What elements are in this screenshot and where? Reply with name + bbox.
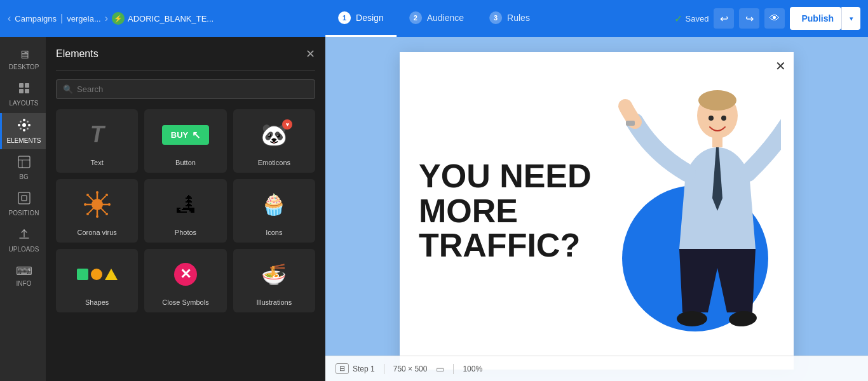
svg-point-7	[18, 124, 20, 126]
breadcrumb-arrow-icon: ›	[105, 13, 108, 24]
svg-point-28	[86, 194, 89, 196]
search-box: 🔍	[56, 79, 315, 99]
illustrations-preview-icon: 🍜	[261, 255, 287, 293]
lightning-icon: ⚡	[112, 12, 125, 25]
publish-dropdown-button[interactable]: ▾	[841, 7, 860, 30]
element-card-icons[interactable]: 🧁 Icons	[233, 179, 315, 243]
sidebar-item-desktop-label: DESKTOP	[9, 64, 39, 70]
tab-rules[interactable]: 3 Rules	[477, 0, 543, 37]
breadcrumb: ‹ Campaigns | vergela... › ⚡ ADORIC_BLAN…	[8, 12, 214, 25]
main-layout: 🖥 DESKTOP LAYOUTS	[0, 37, 868, 381]
canvas-text-side: YOU NEED MORE TRAFFIC?	[412, 71, 597, 351]
element-card-photos[interactable]: 🏞 Photos	[144, 179, 226, 243]
tab-rules-num: 3	[489, 11, 502, 24]
canvas-card: ✕ YOU NEED MORE TRAFFIC?	[400, 52, 794, 370]
bottom-bar: ⊟ Step 1 750 × 500 ▭ 100%	[325, 356, 868, 381]
left-sidebar: 🖥 DESKTOP LAYOUTS	[0, 37, 46, 381]
svg-point-20	[96, 191, 98, 194]
element-emoticons-label: Emoticons	[258, 159, 290, 166]
element-card-button[interactable]: BUY ↖ Button	[144, 109, 226, 173]
topbar-right: ✓ Saved ↩ ↪ 👁 Publish ▾	[674, 7, 860, 30]
sidebar-item-bg-label: BG	[19, 173, 28, 180]
svg-point-24	[84, 203, 86, 206]
element-icons-label: Icons	[266, 229, 282, 236]
svg-point-9	[20, 121, 22, 123]
element-shapes-label: Shapes	[85, 298, 109, 306]
element-illustrations-label: Illustrations	[257, 298, 292, 306]
bg-icon	[18, 156, 31, 171]
sidebar-item-info[interactable]: ⌨ INFO	[0, 259, 46, 292]
element-card-shapes[interactable]: Shapes	[56, 249, 138, 312]
photos-preview-icon: 🏞	[175, 185, 196, 224]
zoom-info: 100%	[463, 364, 482, 373]
element-card-coronavirus[interactable]: Corona virus	[56, 179, 138, 243]
elements-divider	[56, 70, 315, 70]
separator1	[384, 364, 384, 374]
sidebar-item-bg[interactable]: BG	[0, 150, 46, 185]
svg-rect-2	[19, 89, 24, 93]
tab-audience-label: Audience	[427, 13, 464, 23]
element-card-text[interactable]: T Text	[56, 109, 138, 173]
tab-rules-label: Rules	[507, 13, 530, 23]
element-card-close-symbols[interactable]: ✕ Close Symbols	[144, 249, 226, 312]
dimensions-info: 750 × 500	[393, 364, 428, 373]
close-symbols-preview-icon: ✕	[174, 255, 197, 293]
monitor-icon: ▭	[436, 364, 444, 374]
tab-design-num: 1	[338, 11, 351, 24]
sidebar-item-position[interactable]: POSITION	[0, 187, 46, 222]
tab-audience[interactable]: 2 Audience	[397, 0, 477, 37]
text-preview-icon: T	[90, 116, 104, 154]
tab-design[interactable]: 1 Design	[325, 0, 397, 37]
topbar-nav: 1 Design 2 Audience 3 Rules	[325, 0, 543, 37]
back-arrow-icon[interactable]: ‹	[8, 13, 11, 24]
element-text-label: Text	[91, 159, 104, 166]
sidebar-item-position-label: POSITION	[9, 210, 39, 217]
tab-audience-num: 2	[409, 11, 422, 24]
breadcrumb-campaigns[interactable]: Campaigns	[15, 14, 57, 23]
sidebar-item-uploads[interactable]: UPLOADS	[0, 223, 46, 258]
svg-point-22	[96, 215, 98, 218]
sidebar-item-layouts[interactable]: LAYOUTS	[0, 77, 46, 112]
canvas-content: YOU NEED MORE TRAFFIC?	[400, 52, 794, 370]
saved-label: Saved	[686, 14, 709, 23]
svg-point-4	[22, 123, 26, 127]
shapes-preview-icon	[77, 255, 118, 293]
canvas-headline: YOU NEED MORE TRAFFIC?	[419, 159, 597, 263]
elements-panel: Elements ✕ 🔍 T Text BUY ↖	[46, 37, 325, 381]
elements-icon	[17, 118, 31, 135]
element-close-symbols-label: Close Symbols	[162, 298, 208, 306]
undo-button[interactable]: ↩	[714, 8, 734, 29]
svg-point-38	[677, 311, 707, 326]
preview-button[interactable]: 👁	[764, 8, 785, 29]
check-icon: ✓	[674, 13, 682, 25]
svg-rect-40	[626, 121, 635, 126]
breadcrumb-vergela[interactable]: vergela...	[67, 14, 100, 23]
element-card-emoticons[interactable]: 🐼 ♥ Emoticons	[233, 109, 315, 173]
svg-rect-0	[19, 83, 24, 88]
elements-header: Elements ✕	[56, 47, 315, 61]
canvas-close-button[interactable]: ✕	[775, 60, 786, 72]
svg-rect-17	[22, 196, 27, 201]
canvas-image-side	[597, 71, 775, 351]
headline-line1: YOU NEED	[419, 159, 597, 194]
publish-wrap: Publish ▾	[790, 7, 860, 30]
elements-title: Elements	[56, 48, 98, 60]
element-card-illustrations[interactable]: 🍜 Illustrations	[233, 249, 315, 312]
svg-line-29	[101, 196, 105, 201]
svg-point-32	[86, 213, 89, 215]
uploads-icon	[18, 228, 31, 244]
elements-close-button[interactable]: ✕	[306, 47, 315, 61]
svg-point-26	[108, 203, 111, 206]
svg-point-42	[721, 116, 726, 121]
publish-button[interactable]: Publish	[790, 7, 841, 30]
svg-point-11	[20, 128, 22, 130]
sidebar-item-desktop[interactable]: 🖥 DESKTOP	[0, 43, 46, 76]
svg-point-30	[105, 194, 108, 196]
redo-button[interactable]: ↪	[739, 8, 759, 29]
desktop-icon: 🖥	[18, 48, 30, 62]
sidebar-item-elements[interactable]: ELEMENTS	[0, 113, 46, 149]
emoticons-preview-icon: 🐼 ♥	[261, 116, 287, 154]
search-input[interactable]	[77, 84, 308, 94]
sidebar-item-info-label: INFO	[17, 280, 32, 287]
saved-badge: ✓ Saved	[674, 13, 709, 25]
